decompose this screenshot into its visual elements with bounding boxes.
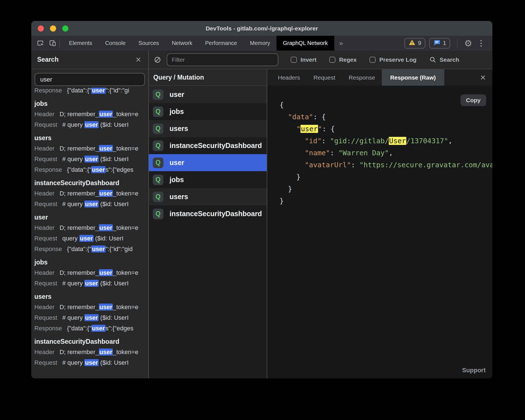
result-group-title[interactable]: users xyxy=(34,291,148,302)
tab-elements[interactable]: Elements xyxy=(63,36,99,51)
checkbox-box[interactable] xyxy=(291,57,297,63)
message-count: 1 xyxy=(443,40,446,46)
result-group-title[interactable]: instanceSecurityDashboard xyxy=(34,178,148,188)
inspect-element-icon[interactable] xyxy=(37,39,44,47)
result-text: D; remember_ xyxy=(59,111,99,118)
query-list-item[interactable]: Qjobs xyxy=(149,171,267,188)
search-result-line[interactable]: HeaderD; remember_user_token=e xyxy=(34,302,148,312)
query-list-item[interactable]: Qjobs xyxy=(149,103,267,120)
copy-button[interactable]: Copy xyxy=(460,94,486,106)
tab-sources[interactable]: Sources xyxy=(132,36,165,51)
search-result-line[interactable]: Request# query user ($id: UserI xyxy=(34,312,148,323)
result-kind-label: Header xyxy=(34,269,54,276)
response-tab-request[interactable]: Request xyxy=(307,69,342,86)
query-list-item[interactable]: Qusers xyxy=(149,188,267,205)
search-close-icon[interactable] xyxy=(135,56,142,63)
checkbox-box[interactable] xyxy=(369,57,376,63)
checkbox-invert[interactable]: Invert xyxy=(291,56,316,63)
json-token: } xyxy=(280,197,284,205)
search-result-line[interactable]: HeaderD; remember_user_token=e xyxy=(34,188,148,199)
query-label: users xyxy=(170,193,188,201)
json-token: : xyxy=(330,149,338,157)
search-result-line[interactable]: Request# query user ($id: UserI xyxy=(34,357,148,368)
search-result-line[interactable]: Response{"data":{"user":{"id":"gi xyxy=(34,88,148,96)
json-token: " xyxy=(318,125,322,133)
json-token xyxy=(280,113,288,121)
json-line: } xyxy=(280,171,492,183)
search-result-line[interactable]: Request# query user ($id: UserI xyxy=(34,154,148,164)
result-text: # query xyxy=(62,156,85,163)
toolbar-search[interactable]: Search xyxy=(429,56,459,63)
result-group-title[interactable]: user xyxy=(34,212,148,223)
tab-console[interactable]: Console xyxy=(99,36,132,51)
result-text: _token=e xyxy=(113,111,138,118)
search-result-line[interactable]: HeaderD; remember_user_token=e xyxy=(34,268,148,278)
search-icon xyxy=(429,56,436,63)
search-result-line[interactable]: HeaderD; remember_user_token=e xyxy=(34,143,148,154)
search-result-line[interactable]: Request# query user ($id: UserI xyxy=(34,278,148,289)
support-link[interactable]: Support xyxy=(462,367,486,374)
tab-network[interactable]: Network xyxy=(165,36,199,51)
search-results: Response{"data":{"user":{"id":"gijobsHea… xyxy=(31,88,148,378)
result-snippet: # query user ($id: UserI xyxy=(62,156,129,163)
match-highlight: user xyxy=(84,359,98,366)
filter-input[interactable] xyxy=(167,53,278,66)
response-panel: HeadersRequestResponseResponse (Raw) { "… xyxy=(267,69,492,378)
query-list-item[interactable]: Quser xyxy=(149,154,267,171)
search-result-line[interactable]: HeaderD; remember_user_token=e xyxy=(34,347,148,357)
close-window-button[interactable] xyxy=(38,25,44,32)
tab-graphql-network[interactable]: GraphQL Network xyxy=(276,36,334,51)
query-label: instanceSecurityDashboard xyxy=(170,142,262,150)
filter-checkboxes: InvertRegexPreserve Log xyxy=(291,56,416,63)
query-list-item[interactable]: Quser xyxy=(149,86,267,103)
search-result-line[interactable]: Response{"data":{"users":{"edges xyxy=(34,164,148,175)
match-highlight: user xyxy=(99,224,113,231)
json-token: "Warren Day" xyxy=(338,149,389,157)
result-text: _token=e xyxy=(113,224,138,231)
result-group-title[interactable]: users xyxy=(34,133,148,143)
search-panel-title: Search xyxy=(37,56,59,63)
block-clear-icon[interactable] xyxy=(154,56,161,63)
search-result-line[interactable]: Response{"data":{"users":{"edges xyxy=(34,323,148,334)
result-group-title[interactable]: jobs xyxy=(34,257,148,268)
tab-performance[interactable]: Performance xyxy=(199,36,244,51)
kebab-menu-icon[interactable]: ⋮ xyxy=(476,39,486,47)
search-input[interactable] xyxy=(35,73,145,86)
search-result-line[interactable]: Request# query user ($id: UserI xyxy=(34,199,148,209)
result-group-title[interactable]: instanceSecurityDashboard xyxy=(34,336,148,347)
tabbar-divider xyxy=(59,39,60,47)
messages-badge[interactable]: 1 xyxy=(429,38,450,49)
response-close-icon[interactable] xyxy=(480,69,492,86)
warnings-badge[interactable]: 9 xyxy=(404,38,425,49)
checkbox-box[interactable] xyxy=(329,57,335,63)
search-panel: Search Response{"data":{"user":{"id":"gi… xyxy=(31,51,149,378)
response-tab-response[interactable]: Response xyxy=(342,69,382,86)
filter-toolbar: InvertRegexPreserve Log Search xyxy=(149,51,492,69)
result-group-title[interactable]: jobs xyxy=(34,98,148,109)
search-result-line[interactable]: HeaderD; remember_user_token=e xyxy=(34,109,148,120)
query-list-item[interactable]: QinstanceSecurityDashboard xyxy=(149,137,267,154)
minimize-window-button[interactable] xyxy=(50,25,56,32)
json-token: "id" xyxy=(305,137,321,145)
zoom-window-button[interactable] xyxy=(62,25,68,32)
device-toolbar-icon[interactable] xyxy=(49,39,56,47)
json-line: "user": { xyxy=(280,123,492,135)
tab-memory[interactable]: Memory xyxy=(244,36,276,51)
search-result-line[interactable]: Request# query user ($id: UserI xyxy=(34,120,148,130)
response-tab-response-raw[interactable]: Response (Raw) xyxy=(382,69,444,86)
checkbox-preserve-log[interactable]: Preserve Log xyxy=(369,56,416,63)
search-result-line[interactable]: HeaderD; remember_user_token=e xyxy=(34,223,148,233)
search-result-line[interactable]: Response{"data":{"user":{"id":"gid xyxy=(34,244,148,254)
response-tab-headers[interactable]: Headers xyxy=(271,69,307,86)
query-type-icon: Q xyxy=(153,209,163,219)
query-list-item[interactable]: QinstanceSecurityDashboard xyxy=(149,205,267,222)
json-token: } xyxy=(280,185,292,193)
more-tabs-chevron[interactable]: » xyxy=(334,36,348,51)
query-list-item[interactable]: Qusers xyxy=(149,120,267,137)
result-text: {"data":{" xyxy=(67,245,91,252)
search-result-line[interactable]: Requestquery user ($id: UserI xyxy=(34,233,148,244)
settings-gear-icon[interactable]: ⚙ xyxy=(464,39,472,48)
result-snippet: D; remember_user_token=e xyxy=(59,111,138,118)
checkbox-regex[interactable]: Regex xyxy=(329,56,357,63)
json-token: : { xyxy=(322,125,335,133)
